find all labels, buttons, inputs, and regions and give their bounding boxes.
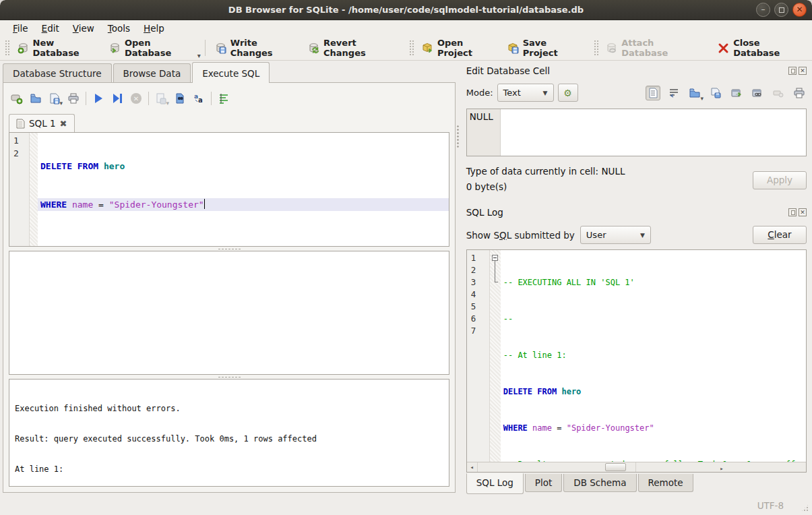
sql-editor[interactable]: 1 2 DELETE FROM hero WHERE name = "Spide… (9, 132, 449, 247)
scrollbar-thumb[interactable] (605, 463, 625, 471)
open-database-label: Open Database (125, 38, 195, 58)
scroll-right-icon[interactable]: ▸ (635, 462, 806, 472)
encoding-indicator[interactable]: UTF-8 (757, 500, 784, 511)
tab-plot[interactable]: Plot (525, 474, 562, 492)
tab-sql-log[interactable]: SQL Log (466, 473, 524, 494)
results-grid-pane[interactable] (9, 251, 449, 375)
sql-log-body[interactable]: 1 2 3 4 5 6 7 -- EXECUTING ALL IN (467, 250, 806, 462)
minimize-button[interactable]: – (756, 3, 770, 17)
sql-1-tab[interactable]: SQL 1 ✖ (9, 114, 75, 132)
titlebar[interactable]: DB Browser for SQLite - /home/user/code/… (0, 0, 812, 20)
left-panel: Database Structure Browse Data Execute S… (0, 61, 456, 495)
word-wrap-icon[interactable] (217, 92, 230, 105)
tab-db-schema[interactable]: DB Schema (563, 474, 636, 492)
maximize-icon (779, 7, 784, 13)
close-panel-icon[interactable] (799, 67, 807, 75)
scroll-left-icon[interactable]: ◂ (467, 462, 478, 472)
execute-current-line-icon[interactable] (111, 92, 124, 105)
close-panel-icon[interactable] (799, 208, 807, 216)
close-button[interactable]: ✕ (792, 3, 807, 17)
tab-execute-sql[interactable]: Execute SQL (192, 62, 270, 83)
mode-value: Text (503, 88, 521, 98)
print-cell-icon[interactable] (792, 86, 807, 100)
sql-tab-close-icon[interactable]: ✖ (60, 119, 67, 129)
maximize-button[interactable] (774, 3, 788, 17)
open-database-button[interactable]: Open Database (104, 35, 200, 61)
new-database-label: New Database (33, 38, 99, 58)
float-panel-icon[interactable] (788, 208, 797, 216)
close-database-button[interactable]: Close Database (712, 35, 809, 61)
import-cell-data-icon[interactable]: ▾ (687, 86, 702, 100)
tab-browse-data[interactable]: Browse Data (113, 63, 191, 83)
copy-link-icon[interactable] (750, 86, 765, 100)
execution-message-pane[interactable]: Execution finished without errors. Resul… (9, 379, 449, 487)
revert-changes-icon (308, 42, 319, 54)
word-wrap-cell-icon[interactable] (666, 86, 681, 100)
submitted-by-select[interactable]: User ▼ (580, 226, 651, 244)
open-database-dropdown[interactable]: ▾ (197, 52, 201, 60)
message-line: Result: query executed successfully. Too… (15, 434, 443, 444)
save-project-button[interactable]: Save Project (502, 35, 586, 61)
fold-collapse-icon[interactable] (492, 255, 498, 261)
line-number: 2 (471, 264, 489, 276)
auto-complete-icon[interactable]: aa (192, 92, 206, 105)
sql-log-dock-header: SQL Log (466, 205, 807, 220)
import-dropdown[interactable]: ▾ (700, 95, 704, 102)
vertical-splitter[interactable] (456, 61, 460, 495)
float-panel-icon[interactable] (788, 67, 797, 75)
open-in-external-icon[interactable] (729, 86, 744, 100)
log-horizontal-scrollbar[interactable]: ◂ ▸ (467, 462, 806, 472)
find-replace-icon[interactable] (173, 92, 187, 105)
editor-line-1: DELETE FROM hero (38, 160, 449, 173)
open-project-button[interactable]: Open Project (416, 35, 502, 61)
save-sql-file-icon[interactable]: ▾ (48, 92, 61, 105)
execute-sql-icon[interactable] (92, 92, 105, 105)
save-results-icon: ▾ (154, 92, 168, 105)
sql-tab-bar: SQL 1 ✖ (9, 111, 449, 132)
cell-type-info: Type of data currently in cell: NULL (466, 166, 625, 177)
statusbar: UTF-8 (0, 495, 812, 515)
log-line-4: DELETE FROM hero (503, 386, 806, 398)
cell-value-editor[interactable]: NULL (466, 109, 807, 156)
sql-keyword: DELETE FROM (503, 387, 557, 396)
minimize-icon: – (761, 5, 766, 13)
horizontal-splitter[interactable] (9, 247, 449, 251)
editor-code-area[interactable]: DELETE FROM hero WHERE name = "Spider-Yo… (38, 133, 449, 246)
new-sql-tab-icon[interactable] (10, 92, 24, 105)
toolbar-grip[interactable] (594, 40, 599, 56)
revert-changes-button[interactable]: Revert Changes (303, 35, 401, 61)
clear-log-button[interactable]: Clear (753, 226, 807, 244)
resize-grip[interactable] (801, 504, 809, 512)
menu-tools[interactable]: Tools (102, 22, 136, 35)
export-cell-data-icon[interactable] (708, 86, 723, 100)
new-database-button[interactable]: New Database (12, 35, 104, 61)
open-project-icon (422, 42, 433, 54)
tab-remote[interactable]: Remote (638, 474, 693, 492)
mode-select[interactable]: Text ▼ (497, 84, 554, 102)
scrollbar-track (478, 462, 635, 472)
save-sql-dropdown[interactable]: ▾ (59, 100, 63, 107)
close-database-label: Close Database (733, 38, 804, 58)
text-cursor (204, 199, 205, 209)
text-mode-icon[interactable] (646, 86, 660, 100)
write-changes-button[interactable]: Write Changes (210, 35, 303, 61)
toolbar-grip[interactable] (409, 40, 414, 56)
open-sql-file-icon[interactable] (29, 92, 42, 105)
attach-database-button: Attach Database (600, 35, 703, 61)
menu-file[interactable]: File (7, 22, 34, 35)
tab-database-structure[interactable]: Database Structure (3, 63, 112, 83)
menu-edit[interactable]: Edit (36, 22, 65, 35)
gear-icon: ⚙ (563, 88, 572, 98)
sql-keyword: WHERE (503, 423, 528, 433)
close-icon: ✕ (796, 5, 803, 13)
edit-cell-title: Edit Database Cell (466, 65, 550, 76)
menu-view[interactable]: View (67, 22, 100, 35)
editor-line-numbers: 1 2 (9, 133, 30, 246)
horizontal-splitter[interactable] (9, 375, 449, 379)
auto-switch-mode-button[interactable]: ⚙ (558, 84, 578, 102)
main-toolbar: New Database Open Database ▾ Write Chang… (0, 36, 812, 61)
menu-help[interactable]: Help (137, 22, 170, 35)
attach-database-icon (606, 42, 617, 54)
toolbar-grip[interactable] (5, 40, 10, 56)
print-sql-icon[interactable] (67, 92, 80, 105)
